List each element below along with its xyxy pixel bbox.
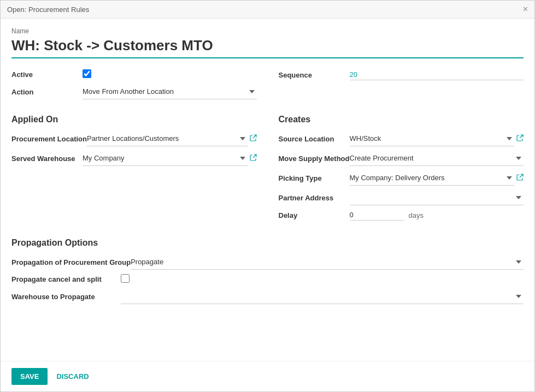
delay-row: Delay days <box>279 210 524 221</box>
delay-label: Delay <box>279 211 350 219</box>
partner-address-select[interactable] <box>350 190 524 205</box>
days-label: days <box>409 211 424 219</box>
move-supply-method-row: Move Supply Method Create Procurement Fi… <box>279 151 524 166</box>
top-fields: Active Action Move From Another Location… <box>11 69 524 104</box>
delay-input[interactable] <box>350 210 404 221</box>
footer: SAVE DISCARD <box>1 361 534 391</box>
served-warehouse-select[interactable]: My Company <box>83 151 248 166</box>
sequence-input[interactable]: 20 <box>350 69 524 80</box>
source-location-wrapper: WH/Stock <box>350 131 524 146</box>
propagation-section: Propagation Options Propagation of Procu… <box>11 238 524 304</box>
action-select[interactable]: Move From Another Location Buy Manufactu… <box>83 84 257 99</box>
picking-type-row: Picking Type My Company: Delivery Orders <box>279 170 524 186</box>
action-field-row: Action Move From Another Location Buy Ma… <box>11 84 257 99</box>
partner-address-row: Partner Address <box>279 190 524 205</box>
warehouse-propagate-row: Warehouse to Propagate <box>11 289 524 304</box>
propagate-cancel-label: Propagate cancel and split <box>11 275 121 283</box>
warehouse-propagate-value <box>121 289 524 304</box>
propagation-group-select[interactable]: Propagate Fixed None <box>131 254 524 270</box>
source-location-row: Source Location WH/Stock <box>279 131 524 146</box>
partner-address-label: Partner Address <box>279 194 350 202</box>
top-left-fields: Active Action Move From Another Location… <box>11 69 257 104</box>
propagate-cancel-row: Propagate cancel and split <box>11 274 524 284</box>
partner-address-value <box>350 190 524 205</box>
move-supply-method-label: Move Supply Method <box>279 155 350 163</box>
procurement-location-select[interactable]: Partner Locations/Customers <box>87 131 248 146</box>
picking-type-wrapper: My Company: Delivery Orders <box>350 170 524 186</box>
procurement-location-extlink[interactable] <box>250 134 257 143</box>
creates-section: Creates Source Location WH/Stock <box>279 115 524 225</box>
creates-title: Creates <box>279 115 524 124</box>
active-value <box>83 69 257 80</box>
delay-value-row: days <box>350 210 424 221</box>
active-label: Active <box>11 70 83 79</box>
propagation-title: Propagation Options <box>11 238 524 248</box>
warehouse-propagate-select[interactable] <box>121 289 524 304</box>
propagation-group-label: Propagation of Procurement Group <box>11 258 131 266</box>
applied-on-title: Applied On <box>11 115 257 124</box>
applied-on-section: Applied On Procurement Location Partner … <box>11 115 257 225</box>
active-field-row: Active <box>11 69 257 80</box>
sequence-field-row: Sequence 20 <box>279 69 524 80</box>
sections-container: Applied On Procurement Location Partner … <box>11 115 524 225</box>
picking-type-label: Picking Type <box>279 174 350 182</box>
source-location-label: Source Location <box>279 135 350 143</box>
sequence-value: 20 <box>350 69 524 80</box>
propagate-cancel-value <box>121 274 524 284</box>
served-warehouse-wrapper: My Company <box>83 151 257 166</box>
record-name: WH: Stock -> Customers MTO <box>11 37 524 58</box>
source-location-extlink[interactable] <box>516 134 524 143</box>
served-warehouse-extlink[interactable] <box>250 154 257 163</box>
procurement-location-wrapper: Partner Locations/Customers <box>87 131 257 146</box>
picking-type-select[interactable]: My Company: Delivery Orders <box>350 170 515 186</box>
procurement-location-row: Procurement Location Partner Locations/C… <box>11 131 257 146</box>
dialog-header: Open: Procurement Rules × <box>1 1 534 19</box>
sequence-label: Sequence <box>279 71 350 79</box>
served-warehouse-row: Served Warehouse My Company <box>11 151 257 166</box>
move-supply-method-value: Create Procurement Fixed Other <box>350 151 524 166</box>
propagate-cancel-checkbox[interactable] <box>121 274 130 283</box>
action-label: Action <box>11 88 83 96</box>
served-warehouse-label: Served Warehouse <box>11 155 83 163</box>
warehouse-propagate-label: Warehouse to Propagate <box>11 293 121 301</box>
dialog-body: Name WH: Stock -> Customers MTO Active A… <box>1 19 534 361</box>
name-label: Name <box>11 27 524 35</box>
procurement-location-label: Procurement Location <box>11 135 87 143</box>
propagation-group-value: Propagate Fixed None <box>131 254 524 270</box>
active-checkbox[interactable] <box>83 69 91 78</box>
save-button[interactable]: SAVE <box>11 368 48 385</box>
source-location-select[interactable]: WH/Stock <box>350 131 515 146</box>
top-right-fields: Sequence 20 <box>279 69 524 104</box>
discard-button[interactable]: DISCARD <box>54 368 91 385</box>
dialog-container: Open: Procurement Rules × Name WH: Stock… <box>0 0 535 392</box>
move-supply-method-select[interactable]: Create Procurement Fixed Other <box>350 151 524 166</box>
action-value: Move From Another Location Buy Manufactu… <box>83 84 257 99</box>
propagation-group-row: Propagation of Procurement Group Propaga… <box>11 254 524 270</box>
close-button[interactable]: × <box>523 5 528 14</box>
dialog-title: Open: Procurement Rules <box>7 5 89 14</box>
picking-type-extlink[interactable] <box>516 174 524 182</box>
